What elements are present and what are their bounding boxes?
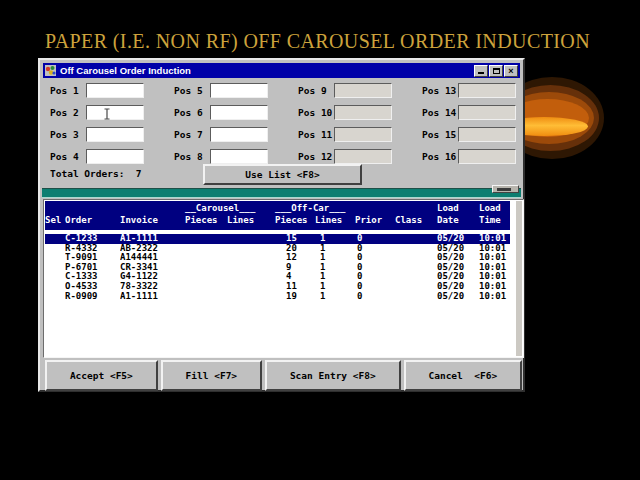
cell-invoice: AB-2322 [120, 244, 185, 254]
pos-input [458, 105, 516, 120]
cell-prior: 0 [355, 253, 395, 263]
pos-input[interactable] [86, 105, 144, 120]
cell-car-lines [227, 263, 275, 273]
cell-load-time: 10:01 [479, 234, 510, 244]
pos-input [458, 83, 516, 98]
header-load-date: Date [437, 215, 479, 225]
window-title: Off Carousel Order Induction [60, 63, 473, 78]
cell-class [395, 292, 437, 302]
pos-field-group: Pos 14 [420, 101, 523, 123]
maximize-button[interactable] [489, 65, 503, 77]
pos-input[interactable] [86, 127, 144, 142]
cell-car-lines [227, 272, 275, 282]
pos-field-group: Pos 6 [172, 101, 296, 123]
cell-class [395, 263, 437, 273]
cell-off-lines: 1 [315, 244, 355, 254]
cell-load-time: 10:01 [479, 292, 510, 302]
cell-car-pieces [185, 244, 227, 254]
table-row[interactable]: C-1233A1-1111151005/2010:01 [45, 234, 510, 244]
fill-button[interactable]: Fill <F7> [161, 360, 262, 391]
cell-invoice: A1-1111 [120, 234, 185, 244]
table-row[interactable]: R-4332AB-2322201005/2010:01 [45, 244, 510, 254]
header-class: Class [395, 215, 437, 225]
cell-off-pieces: 9 [275, 263, 315, 273]
pos-input [334, 83, 392, 98]
pos-label: Pos 2 [48, 107, 86, 118]
window-titlebar[interactable]: Off Carousel Order Induction × [43, 63, 520, 78]
cell-invoice: CR-3341 [120, 263, 185, 273]
cell-off-pieces: 4 [275, 272, 315, 282]
cancel-button[interactable]: Cancel <F6> [404, 360, 522, 391]
pos-input[interactable] [210, 83, 268, 98]
cell-load-time: 10:01 [479, 263, 510, 273]
pos-input[interactable] [210, 127, 268, 142]
pos-label: Pos 4 [48, 151, 86, 162]
cell-load-time: 10:01 [479, 253, 510, 263]
accept-button[interactable]: Accept <F5> [45, 360, 158, 391]
cell-off-lines: 1 [315, 263, 355, 273]
table-row[interactable]: C-1333G4-112241005/2010:01 [45, 272, 510, 282]
header-offcar-pieces: Pieces [275, 215, 315, 225]
cell-sel [45, 244, 65, 254]
pos-input[interactable] [210, 149, 268, 164]
pos-input[interactable] [86, 83, 144, 98]
cell-prior: 0 [355, 263, 395, 273]
cell-off-lines: 1 [315, 234, 355, 244]
cell-car-lines [227, 282, 275, 292]
maximize-icon [493, 68, 500, 74]
cell-load-date: 05/20 [437, 292, 479, 302]
cell-prior: 0 [355, 272, 395, 282]
cell-off-lines: 1 [315, 282, 355, 292]
pos-field-group: Pos 15 [420, 123, 523, 145]
cell-invoice: G4-1122 [120, 272, 185, 282]
panel-grip-widget[interactable] [492, 185, 519, 193]
cell-off-pieces: 12 [275, 253, 315, 263]
cell-sel [45, 272, 65, 282]
cell-car-pieces [185, 263, 227, 273]
pos-label: Pos 7 [172, 129, 210, 140]
app-window: Off Carousel Order Induction × Pos 1Pos … [38, 58, 525, 392]
cell-car-lines [227, 253, 275, 263]
pos-label: Pos 11 [296, 129, 334, 140]
table-row[interactable]: T-9091A144441121005/2010:01 [45, 253, 510, 263]
cell-load-date: 05/20 [437, 263, 479, 273]
pos-field-group: Pos 11 [296, 123, 420, 145]
cell-load-date: 05/20 [437, 282, 479, 292]
cell-car-pieces [185, 272, 227, 282]
header-load-time: Time [479, 215, 510, 225]
teal-divider-strip [42, 188, 521, 198]
pos-grid: Pos 1Pos 2Pos 3Pos 4Pos 5Pos 6Pos 7Pos 8… [48, 79, 523, 167]
pos-input [458, 127, 516, 142]
total-orders-label: Total Orders: 7 [50, 168, 142, 179]
pos-label: Pos 8 [172, 151, 210, 162]
pos-label: Pos 1 [48, 85, 86, 96]
pos-input[interactable] [210, 105, 268, 120]
cell-load-date: 05/20 [437, 253, 479, 263]
table-row[interactable]: P-6701CR-334191005/2010:01 [45, 263, 510, 273]
header-offcar-lines: Lines [315, 215, 355, 225]
scan-entry-button[interactable]: Scan Entry <F8> [265, 360, 401, 391]
pos-label: Pos 9 [296, 85, 334, 96]
cell-off-lines: 1 [315, 253, 355, 263]
table-scrollbar[interactable] [516, 201, 522, 356]
pos-field-group: Pos 2 [48, 101, 172, 123]
pos-input [334, 149, 392, 164]
table-row[interactable]: O-453378-3322111005/2010:01 [45, 282, 510, 292]
action-button-row: Accept <F5>Fill <F7>Scan Entry <F8>Cance… [45, 360, 522, 391]
cell-class [395, 234, 437, 244]
cell-order: P-6701 [65, 263, 120, 273]
pos-input[interactable] [86, 149, 144, 164]
cell-prior: 0 [355, 244, 395, 254]
close-button[interactable]: × [504, 65, 518, 77]
pos-field-group: Pos 13 [420, 79, 523, 101]
minimize-button[interactable] [474, 65, 488, 77]
pos-input [334, 127, 392, 142]
table-row[interactable]: R-0909A1-1111191005/2010:01 [45, 292, 510, 302]
table-group-header-row: __Carousel___ ___Off-Car___ Load Load [45, 203, 510, 213]
cell-sel [45, 263, 65, 273]
pos-label: Pos 16 [420, 151, 458, 162]
cell-order: C-1333 [65, 272, 120, 282]
use-list-button[interactable]: Use List <F8> [203, 164, 362, 185]
app-icon [45, 65, 56, 76]
pos-field-group: Pos 4 [48, 145, 172, 167]
